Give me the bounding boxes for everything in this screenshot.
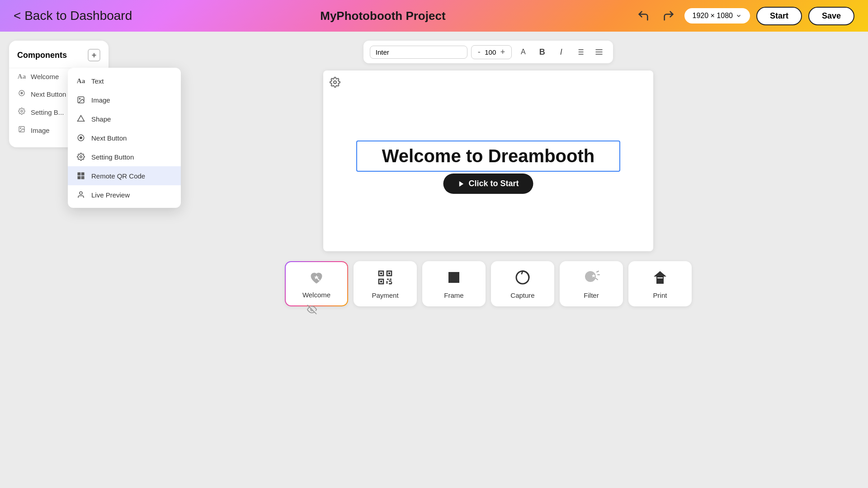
svg-point-16 xyxy=(80,192,82,194)
text-icon: Aa xyxy=(17,73,26,80)
next-button-icon xyxy=(17,89,26,99)
tab-capture[interactable]: Capture xyxy=(491,261,554,306)
bottom-tab-bar: Welcome xyxy=(285,261,692,306)
align-button[interactable] xyxy=(591,44,607,60)
dropdown-item-remote-qr-code[interactable]: Remote QR Code xyxy=(68,166,181,185)
svg-point-4 xyxy=(20,128,21,129)
dropdown-image-icon xyxy=(76,95,86,105)
decrease-size-button[interactable]: - xyxy=(476,47,482,57)
tab-welcome[interactable]: Welcome xyxy=(285,261,348,306)
add-component-button[interactable]: + xyxy=(88,49,100,61)
dropdown-item-live-preview[interactable]: Live Preview xyxy=(68,185,181,204)
italic-button[interactable]: I xyxy=(553,44,569,60)
setting-icon xyxy=(17,108,26,117)
dropdown-setting-icon xyxy=(76,152,86,162)
dropdown-qr-icon xyxy=(76,171,86,181)
dropdown-item-text[interactable]: Aa Text xyxy=(68,71,181,90)
font-selector[interactable] xyxy=(370,46,467,59)
dropdown-item-image[interactable]: Image xyxy=(68,90,181,109)
page-title: MyPhotobooth Project xyxy=(320,9,445,23)
filter-tab-label: Filter xyxy=(584,291,599,299)
print-tab-label: Print xyxy=(653,291,667,299)
capture-tab-label: Capture xyxy=(510,291,534,299)
sidebar-item-image-label: Image xyxy=(31,127,50,134)
svg-point-9 xyxy=(80,156,82,158)
dropdown-item-shape[interactable]: Shape xyxy=(68,109,181,128)
svg-rect-13 xyxy=(79,174,80,174)
print-tab-icon xyxy=(651,268,669,288)
save-button[interactable]: Save xyxy=(808,7,854,25)
dropdown-next-label: Next Button xyxy=(91,134,127,142)
dropdown-setting-label: Setting Button xyxy=(91,153,134,161)
canvas-settings-icon[interactable] xyxy=(330,77,340,90)
svg-point-1 xyxy=(21,92,23,94)
text-toolbar: - 100 + A B I xyxy=(363,41,613,63)
font-size-label-button[interactable]: A xyxy=(515,44,531,60)
tab-frame[interactable]: Frame xyxy=(422,261,486,306)
start-button-label: Click to Start xyxy=(468,179,519,188)
sidebar-item-next-label: Next Button xyxy=(31,90,66,98)
image-icon xyxy=(17,126,26,135)
click-to-start-button[interactable]: Click to Start xyxy=(443,174,533,194)
svg-rect-47 xyxy=(657,277,663,278)
back-to-dashboard-link[interactable]: < Back to Dashboard xyxy=(14,9,132,23)
svg-point-2 xyxy=(21,110,23,112)
canvas-heading-text: Welcome to Dreambooth xyxy=(382,146,594,166)
frame-tab-icon xyxy=(445,268,463,288)
canvas-area: Welcome to Dreambooth Click to Start xyxy=(323,70,653,251)
svg-rect-33 xyxy=(388,272,390,274)
font-size-value: 100 xyxy=(484,48,497,56)
undo-icon[interactable] xyxy=(634,6,653,25)
font-size-control: - 100 + xyxy=(471,45,512,59)
svg-rect-14 xyxy=(82,174,83,174)
svg-point-26 xyxy=(334,81,336,84)
payment-visibility-icon[interactable] xyxy=(307,305,317,314)
dropdown-live-icon xyxy=(76,190,86,200)
dropdown-image-label: Image xyxy=(91,96,110,104)
sidebar-item-welcome-label: Welcome xyxy=(31,73,59,80)
payment-tab-label: Payment xyxy=(372,291,398,299)
header: < Back to Dashboard MyPhotobooth Project… xyxy=(0,0,868,32)
sidebar: Components + Aa Welcome Next Button Sett… xyxy=(9,41,108,147)
frame-tab-label: Frame xyxy=(444,291,463,299)
payment-tab-icon xyxy=(376,268,394,288)
tab-filter[interactable]: Filter xyxy=(560,261,623,306)
svg-point-8 xyxy=(80,137,82,139)
svg-rect-34 xyxy=(380,281,382,282)
redo-icon[interactable] xyxy=(659,6,678,25)
increase-size-button[interactable]: + xyxy=(499,47,507,57)
svg-rect-32 xyxy=(380,272,382,274)
header-right-controls: 868 × 488 Start Save xyxy=(634,6,854,25)
canvas-heading-box[interactable]: Welcome to Dreambooth xyxy=(356,141,620,172)
component-dropdown-menu: Aa Text Image Shape Next Button xyxy=(68,68,181,208)
svg-rect-41 xyxy=(448,272,459,283)
dropdown-item-next-button[interactable]: Next Button xyxy=(68,128,181,147)
welcome-tab-icon xyxy=(308,269,325,287)
tab-payment[interactable]: Payment xyxy=(354,261,417,306)
welcome-tab-label: Welcome xyxy=(302,291,330,299)
dropdown-next-icon xyxy=(76,133,86,143)
dropdown-live-label: Live Preview xyxy=(91,191,130,199)
dropdown-item-setting-button[interactable]: Setting Button xyxy=(68,147,181,166)
dropdown-text-icon: Aa xyxy=(76,76,86,86)
dropdown-qr-label: Remote QR Code xyxy=(91,172,145,180)
sidebar-item-setting-label: Setting B... xyxy=(31,108,64,116)
tab-print[interactable]: Print xyxy=(628,261,692,306)
filter-tab-icon xyxy=(582,268,600,288)
main-content: Components + Aa Welcome Next Button Sett… xyxy=(0,32,868,488)
sidebar-title: Components xyxy=(17,51,67,60)
content-area: - 100 + A B I Welcome to Dreambooth xyxy=(108,32,868,488)
svg-rect-15 xyxy=(79,177,80,178)
svg-point-6 xyxy=(79,98,80,99)
sidebar-header: Components + xyxy=(9,49,108,68)
dropdown-shape-icon xyxy=(76,114,86,124)
resolution-selector[interactable]: 868 × 488 xyxy=(684,8,750,23)
bold-button[interactable]: B xyxy=(534,44,550,60)
svg-marker-27 xyxy=(459,181,463,187)
capture-tab-icon xyxy=(514,268,532,288)
dropdown-text-label: Text xyxy=(91,77,104,85)
unordered-list-button[interactable] xyxy=(572,44,588,60)
start-button[interactable]: Start xyxy=(756,7,802,25)
dropdown-shape-label: Shape xyxy=(91,115,111,123)
